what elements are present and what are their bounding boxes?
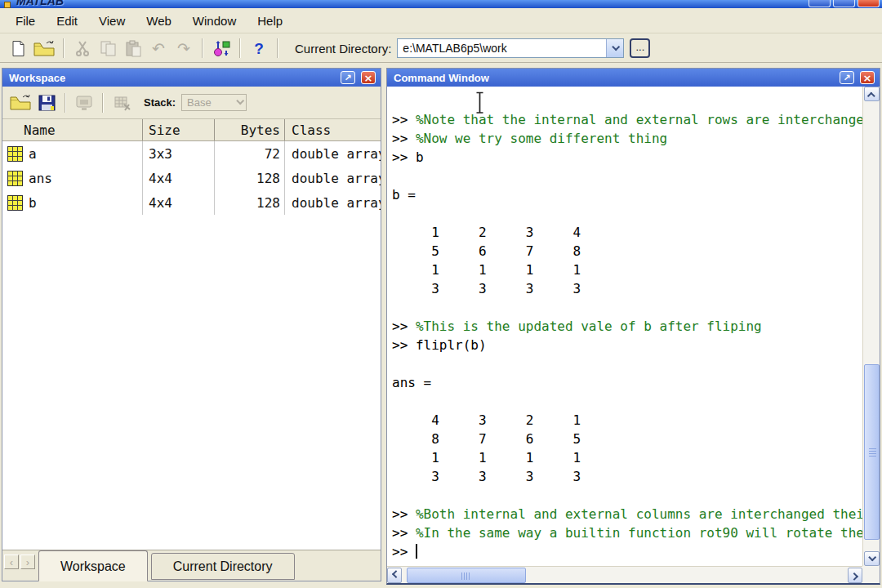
redo-icon[interactable]: ↷ bbox=[174, 38, 194, 59]
output-text: ans = bbox=[392, 375, 431, 390]
menu-item-help[interactable]: Help bbox=[248, 10, 292, 32]
menu-item-edit[interactable]: Edit bbox=[47, 10, 87, 32]
open-folder-icon[interactable] bbox=[33, 38, 55, 59]
undock-icon[interactable]: ↗ bbox=[341, 71, 355, 84]
matrix-variable-icon bbox=[7, 195, 23, 211]
tab-scroll-left-icon[interactable]: ‹ bbox=[4, 555, 19, 569]
minimize-button[interactable] bbox=[808, 0, 831, 7]
variable-bytes-cell: 128 bbox=[215, 190, 285, 215]
menu-item-web[interactable]: Web bbox=[137, 10, 180, 32]
command-line: 1 2 3 4 bbox=[392, 223, 862, 242]
variable-size-cell: 4x4 bbox=[143, 166, 215, 190]
column-header-name[interactable]: Name bbox=[2, 119, 143, 140]
menu-item-file[interactable]: File bbox=[7, 10, 44, 32]
output-text: 8 7 6 5 bbox=[392, 431, 581, 447]
combobox-dropdown-button[interactable] bbox=[606, 39, 623, 57]
command-line: >> b bbox=[392, 148, 862, 167]
column-header-class[interactable]: Class bbox=[285, 119, 381, 140]
scrollbar-corner bbox=[862, 566, 880, 583]
undock-icon[interactable]: ↗ bbox=[840, 71, 854, 84]
close-button[interactable] bbox=[858, 0, 880, 7]
command-window-title: Command Window bbox=[394, 72, 489, 84]
command-line: b = bbox=[392, 185, 862, 204]
tab-current-directory[interactable]: Current Directory bbox=[151, 553, 295, 580]
command-line bbox=[392, 354, 862, 373]
vertical-scrollbar[interactable] bbox=[862, 87, 880, 566]
maximize-button[interactable] bbox=[833, 0, 855, 7]
command-window-titlebar[interactable]: Command Window ↗ × bbox=[387, 69, 880, 87]
horizontal-scrollbar[interactable] bbox=[387, 566, 862, 583]
open-folder-icon[interactable] bbox=[10, 92, 31, 114]
command-line: 1 1 1 1 bbox=[392, 261, 862, 279]
stack-select[interactable]: Base bbox=[181, 94, 247, 111]
comment-text: %In the same way a builtin function rot9… bbox=[416, 525, 862, 541]
variable-class-cell: double array bbox=[285, 166, 381, 190]
command-line bbox=[392, 204, 862, 223]
i-beam-cursor bbox=[475, 91, 484, 119]
paste-icon[interactable] bbox=[123, 38, 143, 59]
command-line: 1 1 1 1 bbox=[392, 448, 862, 467]
help-icon[interactable]: ? bbox=[249, 38, 269, 59]
output-text: 3 3 3 3 bbox=[392, 281, 581, 296]
scroll-left-icon[interactable] bbox=[387, 568, 402, 583]
undo-icon[interactable]: ↶ bbox=[149, 38, 168, 59]
main-toolbar: ↶ ↷ ? Current Directory: e:\MATLAB6p5\wo… bbox=[0, 34, 882, 63]
command-line: 3 3 3 3 bbox=[392, 279, 862, 298]
current-directory-combobox[interactable]: e:\MATLAB6p5\work bbox=[397, 38, 624, 58]
command-line bbox=[392, 91, 862, 110]
new-document-icon[interactable] bbox=[8, 38, 28, 59]
cut-icon[interactable] bbox=[73, 38, 92, 59]
command-line: 4 3 2 1 bbox=[392, 411, 862, 430]
text-caret bbox=[416, 544, 417, 559]
output-text: b = bbox=[392, 187, 416, 203]
output-text: 5 6 7 8 bbox=[392, 243, 581, 259]
window-title: MATLAB bbox=[16, 0, 64, 7]
command-text: b bbox=[416, 149, 424, 165]
command-window-content[interactable]: >> %Note that the internal and external … bbox=[387, 87, 880, 583]
table-row[interactable]: b4x4128double array bbox=[2, 190, 381, 215]
command-line: >> %In the same way a builtin function r… bbox=[392, 523, 862, 542]
variable-name-cell: ans bbox=[2, 166, 143, 190]
workspace-tabbar: ‹ › WorkspaceCurrent Directory bbox=[2, 550, 381, 581]
menu-item-window[interactable]: Window bbox=[184, 10, 245, 32]
command-text: fliplr(b) bbox=[416, 337, 487, 353]
command-line: >> %Both internal and external columns a… bbox=[392, 505, 862, 523]
chevron-down-icon bbox=[236, 96, 244, 105]
workspace-titlebar[interactable]: Workspace ↗ × bbox=[2, 69, 381, 87]
scroll-up-icon[interactable] bbox=[864, 87, 880, 101]
stack-value: Base bbox=[187, 96, 212, 109]
workspace-panel: Workspace ↗ × Stack: Base NameSizeBytesC… bbox=[2, 68, 381, 581]
menu-item-view[interactable]: View bbox=[90, 10, 134, 32]
table-row[interactable]: a3x372double array bbox=[2, 141, 381, 166]
command-line: 3 3 3 3 bbox=[392, 467, 862, 486]
column-header-size[interactable]: Size bbox=[143, 119, 215, 140]
command-line: 8 7 6 5 bbox=[392, 430, 862, 448]
prompt: >> bbox=[392, 112, 416, 127]
variable-size-cell: 4x4 bbox=[143, 190, 215, 215]
delete-variable-icon[interactable] bbox=[112, 92, 131, 114]
toolbar-separator bbox=[63, 38, 65, 58]
simulink-icon[interactable] bbox=[212, 38, 231, 59]
table-row[interactable]: ans4x4128double array bbox=[2, 166, 381, 190]
command-line: >> bbox=[392, 542, 862, 561]
column-header-bytes[interactable]: Bytes bbox=[215, 119, 285, 140]
tab-workspace[interactable]: Workspace bbox=[38, 550, 148, 581]
close-icon[interactable]: × bbox=[860, 71, 875, 84]
variable-name-cell: b bbox=[2, 190, 143, 215]
variable-class-cell: double array bbox=[285, 141, 381, 166]
close-icon[interactable]: × bbox=[361, 71, 376, 84]
workspace-table-header[interactable]: NameSizeBytesClass bbox=[2, 119, 381, 141]
plot-variable-icon[interactable] bbox=[74, 92, 94, 114]
scroll-down-icon[interactable] bbox=[864, 551, 880, 566]
toolbar-separator bbox=[102, 93, 104, 113]
vertical-scroll-thumb[interactable] bbox=[864, 364, 880, 540]
browse-directory-button[interactable]: ... bbox=[630, 38, 650, 58]
save-icon[interactable] bbox=[37, 92, 56, 114]
current-directory-value[interactable]: e:\MATLAB6p5\work bbox=[398, 39, 606, 57]
command-text-area[interactable]: >> %Note that the internal and external … bbox=[387, 87, 862, 566]
copy-icon[interactable] bbox=[98, 38, 118, 59]
horizontal-scroll-thumb[interactable] bbox=[407, 568, 526, 583]
tab-scroll-right-icon[interactable]: › bbox=[20, 555, 35, 569]
prompt: >> bbox=[392, 149, 416, 165]
scroll-right-icon[interactable] bbox=[848, 568, 862, 583]
